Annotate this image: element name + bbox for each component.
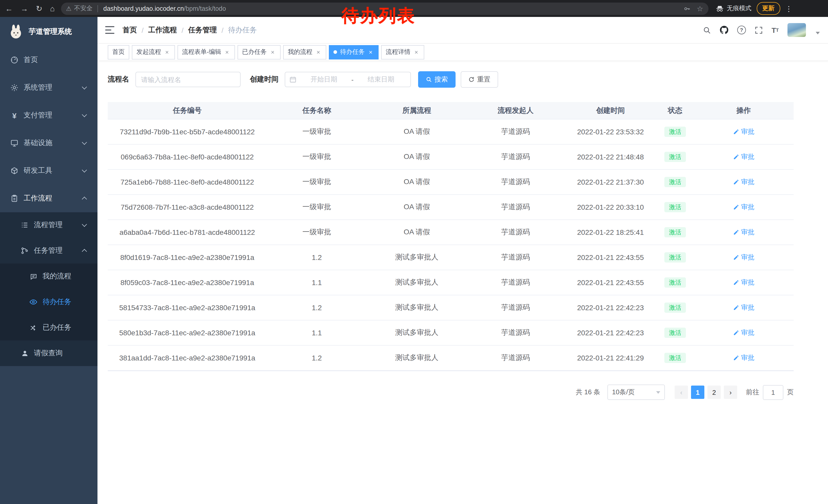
forward-icon[interactable]: → xyxy=(20,5,28,12)
chat-icon xyxy=(29,272,37,280)
app-logo[interactable]: 芋道管理系统 xyxy=(0,17,97,46)
tab-close-icon[interactable]: × xyxy=(315,49,322,55)
avatar-caret-icon[interactable] xyxy=(816,32,820,34)
end-date-placeholder[interactable]: 结束日期 xyxy=(356,75,406,84)
search-icon[interactable] xyxy=(703,26,711,34)
sidebar-item-label: 首页 xyxy=(24,55,38,64)
column-header-actions: 操作 xyxy=(694,106,794,115)
edit-pencil-icon xyxy=(733,229,739,235)
prev-page-button[interactable]: ‹ xyxy=(675,385,688,399)
cell-task-name: 一级审批 xyxy=(267,202,367,212)
date-range-picker[interactable]: 开始日期 - 结束日期 xyxy=(285,72,411,87)
approve-link[interactable]: 审批 xyxy=(733,127,754,136)
sidebar-item-payment-management[interactable]: ¥ 支付管理 xyxy=(0,101,97,129)
reload-icon[interactable]: ↻ xyxy=(36,5,42,12)
cell-created-time: 2022-01-21 22:42:23 xyxy=(564,304,657,312)
security-label[interactable]: 不安全 xyxy=(74,4,93,13)
update-button[interactable]: 更新 xyxy=(756,2,780,15)
url-path[interactable]: /bpm/task/todo xyxy=(184,5,226,12)
approve-link[interactable]: 审批 xyxy=(733,278,754,287)
approve-link-label: 审批 xyxy=(741,328,754,337)
approve-link[interactable]: 审批 xyxy=(733,328,754,337)
sidebar-item-workflow[interactable]: 工作流程 xyxy=(0,185,97,212)
github-icon[interactable] xyxy=(720,26,729,34)
tab-process-detail[interactable]: 流程详情 × xyxy=(381,45,424,59)
cell-task-name: 一级审批 xyxy=(267,177,367,187)
next-page-button[interactable]: › xyxy=(724,385,737,399)
tab-home[interactable]: 首页 xyxy=(108,45,129,59)
chevron-down-icon xyxy=(82,140,87,145)
approve-link[interactable]: 审批 xyxy=(733,228,754,237)
browser-menu-icon[interactable]: ⋮ xyxy=(785,4,792,12)
approve-link[interactable]: 审批 xyxy=(733,353,754,363)
avatar[interactable] xyxy=(787,23,806,37)
person-icon xyxy=(20,349,29,357)
tab-done-tasks[interactable]: 已办任务 × xyxy=(238,45,281,59)
sidebar-item-my-process[interactable]: 我的流程 xyxy=(0,264,97,289)
tab-close-icon[interactable]: × xyxy=(367,49,374,55)
approve-link[interactable]: 审批 xyxy=(733,253,754,262)
fullscreen-icon[interactable] xyxy=(755,26,763,34)
sidebar-item-done-tasks[interactable]: 已办任务 xyxy=(0,315,97,340)
tab-close-icon[interactable]: × xyxy=(224,49,230,55)
sidebar-item-dev-tools[interactable]: 研发工具 xyxy=(0,157,97,185)
tab-todo-tasks[interactable]: 待办任务 × xyxy=(329,45,379,59)
tab-close-icon[interactable]: × xyxy=(269,49,276,55)
sidebar-item-home[interactable]: 首页 xyxy=(0,46,97,74)
cell-task-id: 725a1eb6-7b88-11ec-8ef0-acde48001122 xyxy=(108,178,267,186)
home-icon[interactable]: ⌂ xyxy=(50,5,55,12)
approve-link[interactable]: 审批 xyxy=(733,152,754,162)
sidebar-item-process-management[interactable]: 流程管理 xyxy=(0,212,97,238)
cell-initiator: 芋道源码 xyxy=(467,177,564,187)
approve-link-label: 审批 xyxy=(741,177,754,187)
chevron-down-icon xyxy=(82,84,87,89)
bookmark-star-icon[interactable]: ☆ xyxy=(697,4,703,12)
breadcrumb-task-management[interactable]: 任务管理 xyxy=(188,26,217,35)
sidebar-item-todo-tasks[interactable]: 待办任务 xyxy=(0,289,97,315)
cell-process: 测试多审批人 xyxy=(367,278,467,287)
approve-link[interactable]: 审批 xyxy=(733,177,754,187)
back-icon[interactable]: ← xyxy=(5,5,13,12)
tab-start-process[interactable]: 发起流程 × xyxy=(132,45,175,59)
start-date-placeholder[interactable]: 开始日期 xyxy=(299,75,349,84)
sidebar-item-task-management[interactable]: 任务管理 xyxy=(0,238,97,264)
sidebar-item-leave-query[interactable]: 请假查询 xyxy=(0,340,97,366)
search-button[interactable]: 搜索 xyxy=(418,71,456,88)
font-size-icon[interactable]: TT xyxy=(772,26,779,34)
breadcrumb: 首页 / 工作流程 / 任务管理 / 待办任务 xyxy=(123,26,257,35)
omnibox-divider xyxy=(98,5,98,12)
edit-pencil-icon xyxy=(733,179,739,185)
edit-pencil-icon xyxy=(733,154,739,160)
key-icon[interactable] xyxy=(683,5,691,12)
tab-close-icon[interactable]: × xyxy=(413,49,420,55)
tab-label: 待办任务 xyxy=(340,48,365,56)
reset-button[interactable]: 重置 xyxy=(461,71,498,88)
status-badge: 激活 xyxy=(664,227,686,238)
page-size-select[interactable]: 10条/页 xyxy=(608,384,665,400)
page-button-1[interactable]: 1 xyxy=(691,385,704,399)
breadcrumb-home[interactable]: 首页 xyxy=(123,26,137,35)
reset-button-label: 重置 xyxy=(477,75,490,84)
cell-process: 测试多审批人 xyxy=(367,303,467,312)
approve-link[interactable]: 审批 xyxy=(733,202,754,212)
goto-page-input[interactable] xyxy=(763,385,783,400)
url-domain[interactable]: dashboard.yudao.iocoder.cn xyxy=(104,5,184,12)
tab-close-icon[interactable]: × xyxy=(164,49,170,55)
approve-link[interactable]: 审批 xyxy=(733,303,754,312)
page-button-2[interactable]: 2 xyxy=(707,385,721,399)
help-icon[interactable]: ? xyxy=(737,26,746,34)
hamburger-icon[interactable] xyxy=(105,26,114,34)
sidebar-item-infrastructure[interactable]: 基础设施 xyxy=(0,129,97,157)
approve-link-label: 审批 xyxy=(741,127,754,136)
tab-process-form-edit[interactable]: 流程表单-编辑 × xyxy=(177,45,235,59)
process-name-input[interactable] xyxy=(135,72,241,87)
approve-link-label: 审批 xyxy=(741,278,754,287)
sidebar-item-system-management[interactable]: 系统管理 xyxy=(0,74,97,101)
breadcrumb-workflow[interactable]: 工作流程 xyxy=(148,26,177,35)
table-row: a6aba0a4-7b6d-11ec-b781-acde48001122 一级审… xyxy=(108,220,794,245)
tab-my-process[interactable]: 我的流程 × xyxy=(283,45,326,59)
cell-status: 激活 xyxy=(657,277,694,288)
cell-status: 激活 xyxy=(657,227,694,238)
security-warning-icon[interactable]: ⚠ xyxy=(66,5,72,12)
incognito-label: 无痕模式 xyxy=(727,4,751,13)
